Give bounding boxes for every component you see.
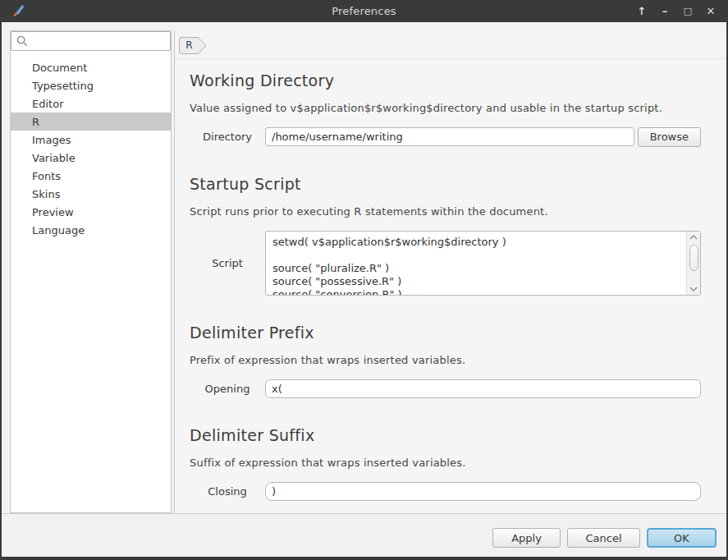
sidebar-item-images[interactable]: Images xyxy=(11,131,171,149)
working-directory-title: Working Directory xyxy=(190,71,713,90)
sidebar-item-preview[interactable]: Preview xyxy=(11,203,171,221)
main-panel: R Working Directory Value assigned to v$… xyxy=(174,30,726,513)
scroll-down-icon[interactable] xyxy=(687,283,700,295)
maximize-button[interactable]: □ xyxy=(679,2,697,21)
sidebar-item-skins[interactable]: Skins xyxy=(11,185,171,203)
dialog-content: Document Typesetting Editor R Images Var… xyxy=(2,22,726,557)
breadcrumb: R xyxy=(175,30,726,59)
delimiter-suffix-description: Suffix of expression that wraps inserted… xyxy=(190,457,713,469)
app-pen-icon xyxy=(11,3,25,18)
minimize-button[interactable]: – xyxy=(656,2,674,21)
cancel-button[interactable]: Cancel xyxy=(567,528,640,548)
closing-row: Closing xyxy=(190,482,713,501)
sidebar-item-r[interactable]: R xyxy=(11,112,171,131)
panels: Document Typesetting Editor R Images Var… xyxy=(2,22,726,513)
closing-label: Closing xyxy=(190,485,265,498)
directory-row: Directory Browse xyxy=(190,127,713,147)
titlebar[interactable]: Preferences ↑ – □ ✕ xyxy=(0,0,728,22)
close-button[interactable]: ✕ xyxy=(702,2,720,21)
script-row: Script setwd( v$application$r$working$di… xyxy=(190,231,713,296)
apply-button[interactable]: Apply xyxy=(492,528,561,548)
sidebar: Document Typesetting Editor R Images Var… xyxy=(10,30,172,513)
working-directory-description: Value assigned to v$application$r$workin… xyxy=(190,102,713,114)
dialog-footer: Apply Cancel OK xyxy=(2,513,726,557)
sidebar-item-language[interactable]: Language xyxy=(11,221,171,239)
sidebar-search-box[interactable] xyxy=(11,31,171,51)
scrollbar-thumb[interactable] xyxy=(689,245,698,271)
delimiter-suffix-title: Delimiter Suffix xyxy=(190,426,713,444)
opening-label: Opening xyxy=(190,383,265,395)
directory-input[interactable] xyxy=(265,127,634,146)
window-title: Preferences xyxy=(0,5,728,17)
script-scrollbar[interactable] xyxy=(686,232,700,295)
window-controls: ↑ – □ ✕ xyxy=(633,0,720,22)
opening-row: Opening xyxy=(190,379,713,398)
preferences-window: Preferences ↑ – □ ✕ Document Type xyxy=(0,0,728,560)
delimiter-prefix-title: Delimiter Prefix xyxy=(190,324,713,342)
directory-label: Directory xyxy=(190,131,265,143)
settings-nav-list: Document Typesetting Editor R Images Var… xyxy=(11,51,171,239)
sidebar-item-editor[interactable]: Editor xyxy=(11,94,171,112)
breadcrumb-r-chip[interactable]: R xyxy=(179,37,199,54)
startup-script-description: Script runs prior to executing R stateme… xyxy=(190,205,713,218)
browse-button[interactable]: Browse xyxy=(638,127,701,147)
keep-above-button[interactable]: ↑ xyxy=(633,2,651,21)
sidebar-item-fonts[interactable]: Fonts xyxy=(11,167,171,185)
closing-delimiter-input[interactable] xyxy=(265,482,701,501)
sidebar-item-variable[interactable]: Variable xyxy=(11,149,171,167)
settings-page: Working Directory Value assigned to v$ap… xyxy=(175,59,726,501)
opening-delimiter-input[interactable] xyxy=(265,379,701,398)
search-icon xyxy=(16,35,28,47)
delimiter-prefix-description: Prefix of expression that wraps inserted… xyxy=(190,354,713,366)
ok-button[interactable]: OK xyxy=(647,528,717,548)
scroll-up-icon[interactable] xyxy=(687,232,700,243)
sidebar-item-typesetting[interactable]: Typesetting xyxy=(11,76,171,94)
search-input[interactable] xyxy=(31,35,165,48)
script-label: Script xyxy=(190,257,265,269)
sidebar-item-document[interactable]: Document xyxy=(11,58,171,76)
script-textarea[interactable]: setwd( v$application$r$working$directory… xyxy=(265,231,701,296)
startup-script-title: Startup Script xyxy=(190,175,713,193)
